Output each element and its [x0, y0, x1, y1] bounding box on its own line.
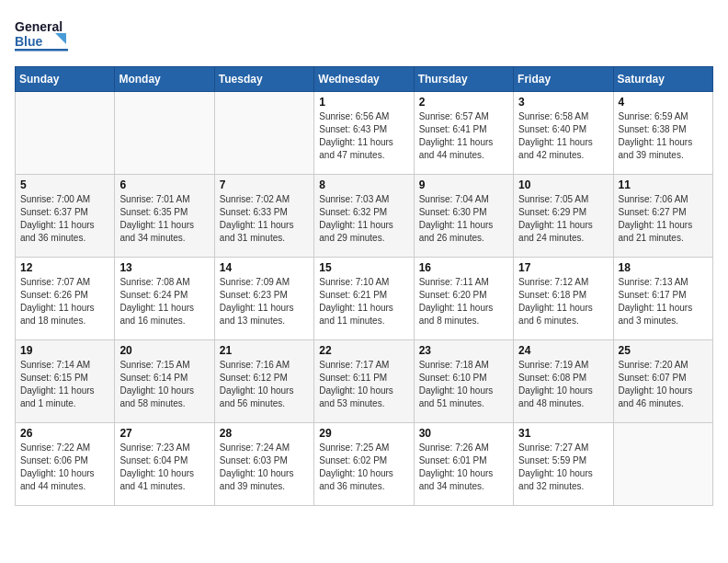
calendar-week-row: 1Sunrise: 6:56 AM Sunset: 6:43 PM Daylig… — [16, 92, 713, 175]
day-number: 14 — [220, 261, 309, 274]
calendar-cell: 21Sunrise: 7:16 AM Sunset: 6:12 PM Dayli… — [214, 340, 313, 423]
day-number: 6 — [119, 178, 209, 191]
day-info: Sunrise: 7:04 AM Sunset: 6:30 PM Dayligh… — [419, 193, 508, 245]
day-info: Sunrise: 7:22 AM Sunset: 6:06 PM Dayligh… — [20, 442, 109, 493]
day-info: Sunrise: 7:13 AM Sunset: 6:17 PM Dayligh… — [619, 276, 708, 327]
day-number: 5 — [20, 178, 109, 191]
day-number: 23 — [419, 344, 508, 357]
day-number: 10 — [518, 178, 608, 191]
calendar-cell: 2Sunrise: 6:57 AM Sunset: 6:41 PM Daylig… — [414, 92, 513, 175]
day-info: Sunrise: 7:07 AM Sunset: 6:26 PM Dayligh… — [20, 276, 109, 327]
day-info: Sunrise: 7:23 AM Sunset: 6:04 PM Dayligh… — [119, 442, 209, 493]
day-info: Sunrise: 6:58 AM Sunset: 6:40 PM Dayligh… — [518, 110, 608, 162]
calendar-cell: 24Sunrise: 7:19 AM Sunset: 6:08 PM Dayli… — [514, 340, 613, 423]
calendar-cell: 20Sunrise: 7:15 AM Sunset: 6:14 PM Dayli… — [115, 340, 214, 423]
svg-rect-3 — [15, 49, 68, 52]
day-info: Sunrise: 7:25 AM Sunset: 6:02 PM Dayligh… — [319, 442, 408, 493]
day-number: 21 — [220, 344, 309, 357]
day-number: 4 — [619, 96, 708, 109]
day-info: Sunrise: 7:27 AM Sunset: 5:59 PM Dayligh… — [518, 442, 608, 493]
day-number: 3 — [518, 96, 608, 109]
calendar-cell: 29Sunrise: 7:25 AM Sunset: 6:02 PM Dayli… — [314, 423, 414, 506]
day-number: 17 — [518, 261, 608, 274]
day-info: Sunrise: 6:57 AM Sunset: 6:41 PM Dayligh… — [419, 110, 508, 162]
calendar-cell: 1Sunrise: 6:56 AM Sunset: 6:43 PM Daylig… — [314, 92, 414, 175]
day-info: Sunrise: 7:01 AM Sunset: 6:35 PM Dayligh… — [119, 193, 209, 245]
calendar-cell: 14Sunrise: 7:09 AM Sunset: 6:23 PM Dayli… — [214, 258, 313, 340]
day-info: Sunrise: 7:14 AM Sunset: 6:15 PM Dayligh… — [20, 359, 109, 410]
calendar-cell: 23Sunrise: 7:18 AM Sunset: 6:10 PM Dayli… — [414, 340, 513, 423]
calendar-cell: 15Sunrise: 7:10 AM Sunset: 6:21 PM Dayli… — [314, 258, 414, 340]
day-number: 29 — [319, 427, 408, 440]
calendar-cell: 30Sunrise: 7:26 AM Sunset: 6:01 PM Dayli… — [414, 423, 513, 506]
day-number: 18 — [619, 261, 708, 274]
day-number: 7 — [220, 178, 309, 191]
day-info: Sunrise: 7:15 AM Sunset: 6:14 PM Dayligh… — [119, 359, 209, 410]
calendar-cell: 4Sunrise: 6:59 AM Sunset: 6:38 PM Daylig… — [613, 92, 712, 175]
calendar-cell: 18Sunrise: 7:13 AM Sunset: 6:17 PM Dayli… — [613, 258, 712, 340]
day-info: Sunrise: 7:16 AM Sunset: 6:12 PM Dayligh… — [220, 359, 309, 410]
day-number: 15 — [319, 261, 408, 274]
calendar-cell — [115, 92, 214, 175]
calendar-cell: 6Sunrise: 7:01 AM Sunset: 6:35 PM Daylig… — [115, 175, 214, 258]
day-number: 27 — [119, 427, 209, 440]
calendar-cell — [16, 92, 115, 175]
day-number: 24 — [518, 344, 608, 357]
calendar-cell: 31Sunrise: 7:27 AM Sunset: 5:59 PM Dayli… — [514, 423, 613, 506]
day-number: 9 — [419, 178, 508, 191]
weekday-header-thursday: Thursday — [414, 67, 513, 92]
weekday-header-wednesday: Wednesday — [314, 67, 414, 92]
calendar-cell: 10Sunrise: 7:05 AM Sunset: 6:29 PM Dayli… — [514, 175, 613, 258]
day-number: 19 — [20, 344, 109, 357]
calendar-cell: 11Sunrise: 7:06 AM Sunset: 6:27 PM Dayli… — [613, 175, 712, 258]
calendar-cell: 13Sunrise: 7:08 AM Sunset: 6:24 PM Dayli… — [115, 258, 214, 340]
calendar-cell: 19Sunrise: 7:14 AM Sunset: 6:15 PM Dayli… — [16, 340, 115, 423]
day-info: Sunrise: 7:20 AM Sunset: 6:07 PM Dayligh… — [619, 359, 708, 410]
calendar-cell: 3Sunrise: 6:58 AM Sunset: 6:40 PM Daylig… — [514, 92, 613, 175]
day-number: 12 — [20, 261, 109, 274]
day-number: 1 — [319, 96, 408, 109]
calendar-cell: 7Sunrise: 7:02 AM Sunset: 6:33 PM Daylig… — [214, 175, 313, 258]
calendar-week-row: 5Sunrise: 7:00 AM Sunset: 6:37 PM Daylig… — [16, 175, 713, 258]
weekday-header-row: SundayMondayTuesdayWednesdayThursdayFrid… — [16, 67, 713, 92]
day-info: Sunrise: 7:11 AM Sunset: 6:20 PM Dayligh… — [419, 276, 508, 327]
day-info: Sunrise: 7:26 AM Sunset: 6:01 PM Dayligh… — [419, 442, 508, 493]
weekday-header-monday: Monday — [115, 67, 214, 92]
day-info: Sunrise: 7:19 AM Sunset: 6:08 PM Dayligh… — [518, 359, 608, 410]
day-number: 16 — [419, 261, 508, 274]
day-number: 8 — [319, 178, 408, 191]
calendar-cell: 12Sunrise: 7:07 AM Sunset: 6:26 PM Dayli… — [16, 258, 115, 340]
calendar-week-row: 26Sunrise: 7:22 AM Sunset: 6:06 PM Dayli… — [16, 423, 713, 506]
day-info: Sunrise: 7:08 AM Sunset: 6:24 PM Dayligh… — [119, 276, 209, 327]
day-number: 30 — [419, 427, 508, 440]
day-number: 28 — [220, 427, 309, 440]
svg-text:General: General — [15, 19, 63, 34]
day-info: Sunrise: 7:24 AM Sunset: 6:03 PM Dayligh… — [220, 442, 309, 493]
day-info: Sunrise: 7:03 AM Sunset: 6:32 PM Dayligh… — [319, 193, 408, 245]
day-info: Sunrise: 7:09 AM Sunset: 6:23 PM Dayligh… — [220, 276, 309, 327]
calendar-week-row: 19Sunrise: 7:14 AM Sunset: 6:15 PM Dayli… — [16, 340, 713, 423]
day-info: Sunrise: 7:18 AM Sunset: 6:10 PM Dayligh… — [419, 359, 508, 410]
page-header: General Blue — [15, 15, 713, 55]
calendar-cell: 26Sunrise: 7:22 AM Sunset: 6:06 PM Dayli… — [16, 423, 115, 506]
day-number: 26 — [20, 427, 109, 440]
day-number: 11 — [619, 178, 708, 191]
day-number: 25 — [619, 344, 708, 357]
weekday-header-sunday: Sunday — [16, 67, 115, 92]
day-number: 22 — [319, 344, 408, 357]
day-info: Sunrise: 6:56 AM Sunset: 6:43 PM Dayligh… — [319, 110, 408, 162]
weekday-header-tuesday: Tuesday — [214, 67, 313, 92]
day-info: Sunrise: 7:06 AM Sunset: 6:27 PM Dayligh… — [619, 193, 708, 245]
calendar-cell: 28Sunrise: 7:24 AM Sunset: 6:03 PM Dayli… — [214, 423, 313, 506]
day-info: Sunrise: 6:59 AM Sunset: 6:38 PM Dayligh… — [619, 110, 708, 162]
calendar-cell: 25Sunrise: 7:20 AM Sunset: 6:07 PM Dayli… — [613, 340, 712, 423]
day-number: 2 — [419, 96, 508, 109]
day-info: Sunrise: 7:02 AM Sunset: 6:33 PM Dayligh… — [220, 193, 309, 245]
calendar-cell: 16Sunrise: 7:11 AM Sunset: 6:20 PM Dayli… — [414, 258, 513, 340]
day-info: Sunrise: 7:10 AM Sunset: 6:21 PM Dayligh… — [319, 276, 408, 327]
calendar-cell: 9Sunrise: 7:04 AM Sunset: 6:30 PM Daylig… — [414, 175, 513, 258]
day-info: Sunrise: 7:17 AM Sunset: 6:11 PM Dayligh… — [319, 359, 408, 410]
calendar-table: SundayMondayTuesdayWednesdayThursdayFrid… — [15, 66, 713, 506]
calendar-cell — [214, 92, 313, 175]
logo: General Blue — [15, 15, 70, 55]
